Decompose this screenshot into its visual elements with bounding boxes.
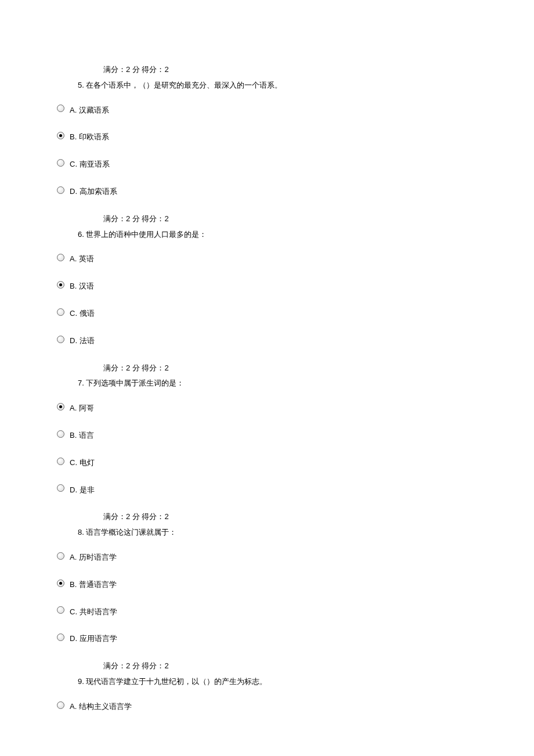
radio-button[interactable] (57, 606, 64, 614)
option-letter: B. (70, 431, 79, 440)
option-row: C. 南亚语系 (57, 159, 534, 171)
option-row: D. 应用语言学 (57, 633, 534, 645)
option-text: 普通语言学 (79, 580, 117, 589)
option-row: B. 印欧语系 (57, 131, 534, 143)
option-row: A. 结构主义语言学 (57, 701, 534, 713)
radio-button[interactable] (57, 430, 64, 438)
option-row: D. 高加索语系 (57, 186, 534, 198)
option-text: 历时语言学 (79, 553, 117, 561)
option-row: C. 电灯 (57, 457, 534, 469)
option-row: D. 是非 (57, 484, 534, 496)
option-letter: D. (70, 634, 80, 643)
option-text: 印欧语系 (79, 132, 109, 141)
option-label: C. 南亚语系 (70, 159, 110, 171)
option-label: C. 俄语 (70, 308, 95, 320)
option-label: D. 高加索语系 (70, 186, 117, 198)
option-label: B. 汉语 (70, 280, 94, 293)
option-label: B. 语言 (70, 430, 94, 442)
radio-button[interactable] (57, 254, 64, 261)
score-line: 满分：2 分 得分：2 (103, 213, 534, 225)
radio-wrap (57, 403, 70, 411)
score-line: 满分：2 分 得分：2 (103, 64, 534, 76)
option-text: 语言 (79, 431, 94, 440)
option-letter: A. (70, 106, 79, 114)
option-row: C. 俄语 (57, 308, 534, 320)
radio-wrap (57, 701, 70, 709)
option-letter: B. (70, 580, 79, 589)
option-label: D. 是非 (70, 484, 95, 496)
score-line: 满分：2 分 得分：2 (103, 362, 534, 375)
option-letter: C. (70, 607, 80, 616)
radio-wrap (57, 606, 70, 614)
radio-button[interactable] (57, 633, 64, 641)
radio-button[interactable] (57, 336, 64, 343)
option-letter: C. (70, 458, 80, 467)
option-letter: B. (70, 282, 79, 290)
radio-wrap (57, 281, 70, 289)
radio-button[interactable] (57, 159, 64, 167)
option-text: 是非 (80, 485, 95, 494)
option-row: C. 共时语言学 (57, 606, 534, 618)
option-text: 电灯 (80, 458, 95, 467)
radio-button[interactable] (57, 579, 64, 587)
option-text: 结构主义语言学 (79, 702, 132, 711)
option-text: 共时语言学 (80, 607, 117, 616)
radio-wrap (57, 308, 70, 316)
option-label: B. 普通语言学 (70, 579, 117, 591)
radio-button[interactable] (57, 403, 64, 411)
question-text: 8. 语言学概论这门课就属于： (78, 527, 534, 539)
radio-wrap (57, 458, 70, 465)
radio-button[interactable] (57, 308, 64, 316)
option-row: B. 汉语 (57, 280, 534, 293)
radio-button[interactable] (57, 105, 64, 112)
option-letter: A. (70, 404, 79, 412)
option-row: A. 历时语言学 (57, 552, 534, 564)
radio-wrap (57, 254, 70, 261)
radio-button[interactable] (57, 484, 64, 492)
option-row: B. 语言 (57, 430, 534, 442)
option-text: 法语 (80, 336, 95, 345)
option-text: 阿哥 (79, 404, 94, 412)
radio-wrap (57, 186, 70, 194)
option-text: 高加索语系 (80, 187, 117, 196)
option-label: C. 共时语言学 (70, 606, 117, 618)
radio-wrap (57, 484, 70, 492)
option-letter: C. (70, 160, 80, 168)
radio-button[interactable] (57, 701, 64, 709)
option-row: D. 法语 (57, 335, 534, 347)
option-label: D. 应用语言学 (70, 633, 117, 645)
radio-wrap (57, 579, 70, 587)
radio-wrap (57, 430, 70, 438)
radio-wrap (57, 105, 70, 112)
option-label: A. 历时语言学 (70, 552, 117, 564)
option-letter: A. (70, 254, 79, 263)
option-letter: C. (70, 309, 80, 318)
radio-wrap (57, 159, 70, 167)
option-label: C. 电灯 (70, 457, 95, 469)
option-label: D. 法语 (70, 335, 95, 347)
option-letter: B. (70, 132, 79, 141)
radio-wrap (57, 633, 70, 641)
option-row: A. 阿哥 (57, 402, 534, 415)
option-letter: D. (70, 485, 80, 494)
option-text: 南亚语系 (80, 160, 110, 168)
option-label: A. 阿哥 (70, 402, 94, 415)
radio-button[interactable] (57, 281, 64, 289)
radio-button[interactable] (57, 552, 64, 560)
option-row: B. 普通语言学 (57, 579, 534, 591)
option-row: A. 英语 (57, 253, 534, 265)
option-text: 应用语言学 (80, 634, 117, 643)
question-text: 6. 世界上的语种中使用人口最多的是： (78, 229, 534, 241)
option-text: 俄语 (80, 309, 95, 318)
radio-button[interactable] (57, 132, 64, 139)
question-text: 5. 在各个语系中，（）是研究的最充分、最深入的一个语系。 (78, 80, 534, 92)
question-text: 7. 下列选项中属于派生词的是： (78, 377, 534, 390)
option-label: A. 英语 (70, 253, 94, 265)
question-text: 9. 现代语言学建立于十九世纪初，以（）的产生为标志。 (78, 676, 534, 688)
score-line: 满分：2 分 得分：2 (103, 511, 534, 523)
radio-button[interactable] (57, 458, 64, 465)
option-text: 汉藏语系 (79, 106, 109, 114)
option-label: A. 汉藏语系 (70, 105, 109, 117)
radio-button[interactable] (57, 186, 64, 194)
score-line: 满分：2 分 得分：2 (103, 660, 534, 672)
